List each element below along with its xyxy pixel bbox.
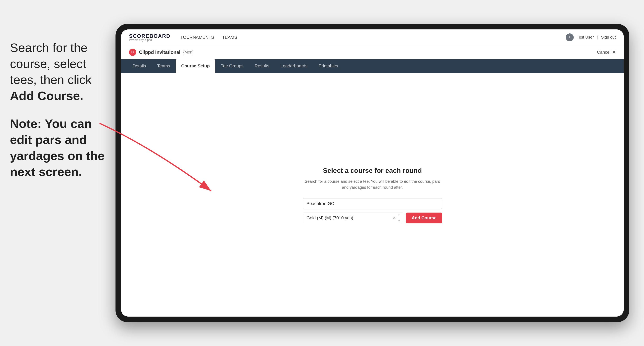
cancel-button[interactable]: Cancel ✕ — [597, 50, 616, 55]
tab-teams[interactable]: Teams — [152, 59, 176, 73]
course-select-container: Select a course for each round Search fo… — [303, 167, 442, 223]
tab-printables[interactable]: Printables — [313, 59, 344, 73]
annotation-note-text: Note: You can edit pars and yardages on … — [10, 116, 114, 180]
tab-bar: Details Teams Course Setup Tee Groups Re… — [121, 59, 624, 73]
divider: | — [597, 35, 598, 40]
tab-tee-groups[interactable]: Tee Groups — [215, 59, 249, 73]
tab-leaderboards[interactable]: Leaderboards — [275, 59, 313, 73]
tournament-title-area: C Clippd Invitational (Men) — [129, 49, 194, 56]
tournament-tag: (Men) — [183, 50, 194, 54]
tee-select-row: Gold (M) (M) (7010 yds) ✕ ⌃⌄ Add Course — [303, 213, 442, 223]
tab-details[interactable]: Details — [127, 59, 152, 73]
main-content: Select a course for each round Search fo… — [121, 73, 624, 317]
tournament-icon: C — [129, 49, 136, 56]
sign-out-link[interactable]: Sign out — [601, 35, 616, 40]
nav-links: TOURNAMENTS TEAMS — [180, 35, 237, 40]
top-nav: SCOREBOARD Powered by clippd TOURNAMENTS… — [121, 29, 624, 45]
tablet-screen: SCOREBOARD Powered by clippd TOURNAMENTS… — [121, 29, 624, 317]
user-info: Test User — [577, 35, 594, 40]
nav-left: SCOREBOARD Powered by clippd TOURNAMENTS… — [129, 33, 237, 41]
tab-course-setup[interactable]: Course Setup — [176, 59, 215, 73]
tee-select-wrapper: Gold (M) (M) (7010 yds) ✕ ⌃⌄ — [303, 213, 403, 223]
section-description: Search for a course and select a tee. Yo… — [303, 178, 442, 190]
tee-select-clear-icon[interactable]: ✕ — [393, 215, 396, 220]
cancel-label: Cancel — [597, 50, 610, 55]
nav-tournaments[interactable]: TOURNAMENTS — [180, 35, 214, 40]
annotation-bold-text: Add Course. — [10, 89, 84, 103]
logo-area: SCOREBOARD Powered by clippd — [129, 33, 170, 41]
annotation-area: Search for the course, select tees, then… — [0, 32, 124, 188]
add-course-button[interactable]: Add Course — [406, 213, 442, 223]
tablet-frame: SCOREBOARD Powered by clippd TOURNAMENTS… — [116, 24, 629, 322]
tab-results[interactable]: Results — [249, 59, 275, 73]
nav-right: T Test User | Sign out — [566, 33, 616, 41]
nav-teams[interactable]: TEAMS — [222, 35, 237, 40]
tournament-header: C Clippd Invitational (Men) Cancel ✕ — [121, 45, 624, 59]
annotation-main-text: Search for the course, select tees, then… — [10, 40, 114, 104]
tournament-name: Clippd Invitational — [139, 49, 180, 55]
logo-subtitle: Powered by clippd — [129, 38, 170, 41]
course-search-input[interactable] — [303, 198, 442, 209]
user-avatar: T — [566, 33, 574, 41]
section-title: Select a course for each round — [303, 167, 442, 174]
cancel-x-icon: ✕ — [612, 50, 616, 55]
tee-select-dropdown[interactable]: Gold (M) (M) (7010 yds) — [303, 213, 403, 223]
